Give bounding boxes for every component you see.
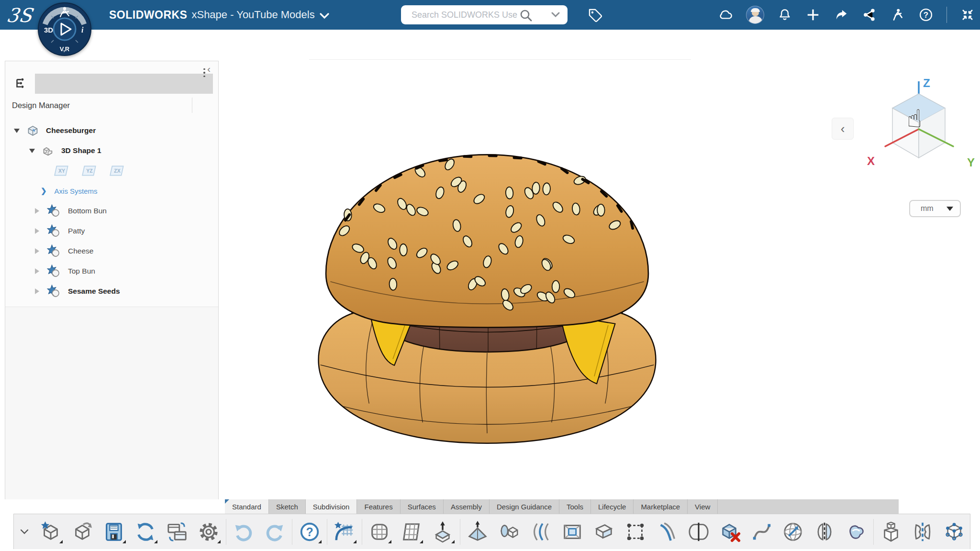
communities-icon[interactable]	[890, 7, 905, 22]
tab-surfaces[interactable]: Surfaces	[401, 499, 444, 514]
delete-face-button[interactable]	[714, 517, 746, 547]
tab-tools[interactable]: Tools	[559, 499, 591, 514]
sketch-button[interactable]	[329, 517, 360, 547]
tree-item-patty[interactable]: Patty	[5, 221, 218, 241]
lattice-button[interactable]	[620, 517, 651, 547]
expander-down-icon[interactable]	[29, 149, 35, 153]
view-toolbar-expand-chevron[interactable]: ‹	[832, 118, 854, 140]
planar-mesh-button[interactable]	[395, 517, 427, 547]
help-button[interactable]	[294, 517, 325, 547]
curve-icon	[751, 521, 773, 543]
tab-lifecycle[interactable]: Lifecycle	[591, 499, 634, 514]
tree-item-sesame-seeds[interactable]: Sesame Seeds	[5, 281, 218, 301]
tab-design-tree[interactable]	[5, 74, 35, 94]
expander-right-icon[interactable]	[35, 248, 39, 254]
search-box[interactable]	[401, 5, 568, 24]
tab-view[interactable]: View	[688, 499, 718, 514]
redo-button[interactable]	[259, 517, 291, 547]
chevron-right-icon[interactable]: ❯	[41, 187, 47, 195]
share-nodes-icon[interactable]	[862, 7, 877, 22]
subdivision-part-icon	[47, 285, 60, 298]
expander-right-icon[interactable]	[35, 288, 39, 294]
add-icon[interactable]	[805, 7, 821, 22]
compass-west-label[interactable]: 3D	[44, 26, 53, 34]
help-icon[interactable]	[918, 7, 934, 22]
tab-assembly[interactable]: Assembly	[444, 499, 490, 514]
user-avatar[interactable]	[746, 6, 764, 24]
new-part-button[interactable]	[35, 517, 67, 547]
toolbar-collapse-chevron-icon[interactable]	[14, 529, 35, 535]
curve-button[interactable]	[746, 517, 778, 547]
tab-marketplace[interactable]: Marketplace	[634, 499, 688, 514]
compass-east-label[interactable]: i	[81, 26, 84, 34]
title-chevron-down-icon[interactable]	[319, 12, 330, 19]
split-plane-button[interactable]	[809, 517, 840, 547]
tab-features[interactable]: Features	[357, 499, 400, 514]
search-icon[interactable]	[519, 9, 533, 23]
sphere-button[interactable]	[778, 517, 809, 547]
split-body-button[interactable]	[683, 517, 714, 547]
subdivision-part-icon	[47, 224, 60, 238]
new-part-icon	[40, 521, 62, 543]
save-button[interactable]	[98, 517, 130, 547]
tree-item-root[interactable]: Cheeseburger	[5, 121, 218, 141]
collapse-window-icon[interactable]	[960, 7, 975, 22]
tab-sketch[interactable]: Sketch	[269, 499, 306, 514]
subdivision-part-icon	[47, 264, 60, 278]
plane-yz-icon[interactable]: YZ	[81, 163, 98, 178]
revolve-button[interactable]	[493, 517, 525, 547]
toolbar-separator	[873, 519, 874, 545]
plane-xy-icon[interactable]: XY	[53, 163, 70, 178]
extrude-cage-button[interactable]	[427, 517, 458, 547]
tree-item-top-bun[interactable]: Top Bun	[5, 261, 218, 281]
expander-down-icon[interactable]	[14, 129, 20, 133]
notifications-icon[interactable]	[777, 7, 792, 22]
toolbar-separator	[292, 519, 292, 545]
thicken-icon	[656, 521, 678, 543]
axis-y-label[interactable]: Y	[967, 156, 975, 169]
combine-button[interactable]	[875, 517, 907, 547]
axis-x-label[interactable]: X	[867, 154, 875, 168]
share-icon[interactable]	[834, 7, 849, 22]
tree-item-axis-systems[interactable]: ❯ Axis Systems	[5, 181, 218, 201]
expander-right-icon[interactable]	[35, 228, 39, 234]
offset-face-button[interactable]	[557, 517, 588, 547]
design-tree: Cheeseburger 3D Shape 1 XY YZ ZX ❯ Axis …	[5, 121, 218, 301]
options-button[interactable]	[193, 517, 224, 547]
symmetry-button[interactable]	[907, 517, 938, 547]
undo-button[interactable]	[228, 517, 259, 547]
search-input[interactable]	[401, 10, 521, 20]
tree-item-shape[interactable]: 3D Shape 1	[5, 141, 218, 161]
units-dropdown[interactable]: mm	[909, 200, 961, 217]
3dexperience-compass[interactable]: 3D i V,R	[36, 1, 93, 57]
box-primitive-button[interactable]	[364, 517, 395, 547]
search-scope-chevron-icon[interactable]	[551, 12, 560, 18]
cloud-icon[interactable]	[718, 7, 733, 22]
expander-right-icon[interactable]	[35, 208, 39, 214]
compass-south-label[interactable]: V,R	[60, 45, 70, 53]
thicken-button[interactable]	[651, 517, 683, 547]
3ds-logo[interactable]: 3S	[5, 2, 34, 29]
sync-button[interactable]	[130, 517, 161, 547]
svg-text:YZ: YZ	[86, 168, 93, 174]
axis-z-label[interactable]: Z	[923, 77, 930, 90]
expander-right-icon[interactable]	[35, 268, 39, 274]
tree-item-cheese[interactable]: Cheese	[5, 241, 218, 261]
planar-mesh-icon	[400, 521, 422, 543]
transform-button[interactable]	[462, 517, 493, 547]
import-export-button[interactable]	[161, 517, 193, 547]
cheeseburger-3d-model[interactable]	[312, 151, 662, 448]
tab-subdivision[interactable]: Subdivision	[306, 499, 357, 514]
open-part-button[interactable]	[67, 517, 98, 547]
plane-zx-icon[interactable]: ZX	[109, 163, 126, 178]
tree-item-bottom-bun[interactable]: Bottom Bun	[5, 201, 218, 221]
subdivide-button[interactable]	[938, 517, 970, 547]
panel-menu-kebab-icon[interactable]	[200, 66, 209, 79]
top-bun-body[interactable]	[326, 154, 648, 327]
flex-button[interactable]	[588, 517, 620, 547]
wrap-button[interactable]	[840, 517, 872, 547]
tab-standard[interactable]: Standard	[225, 499, 269, 514]
tab-design-guidance[interactable]: Design Guidance	[490, 499, 559, 514]
tag-icon[interactable]	[586, 6, 604, 24]
bend-button[interactable]	[525, 517, 557, 547]
